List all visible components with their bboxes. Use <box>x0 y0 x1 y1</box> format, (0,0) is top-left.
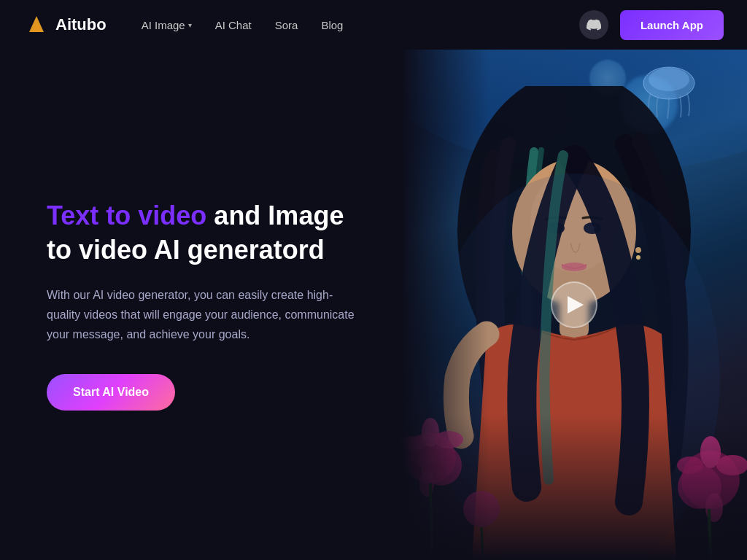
hero-right <box>401 50 747 560</box>
start-ai-video-button[interactable]: Start AI Video <box>47 374 175 411</box>
nav-right: Launch App <box>579 10 724 40</box>
hero-title-highlight: Text to video <box>47 201 206 230</box>
logo-icon <box>23 12 50 38</box>
launch-app-button[interactable]: Launch App <box>620 10 724 40</box>
nav-item-ai-image[interactable]: AI Image ▾ <box>142 19 192 31</box>
video-preview <box>401 50 747 560</box>
hero-title: Text to video and Image to video AI gene… <box>47 199 366 268</box>
nav-item-ai-chat[interactable]: AI Chat <box>215 19 252 31</box>
logo[interactable]: Aitubo <box>23 12 107 38</box>
navbar: Aitubo AI Image ▾ AI Chat Sora Blog Laun… <box>0 0 747 50</box>
discord-icon <box>587 18 601 32</box>
nav-links: AI Image ▾ AI Chat Sora Blog <box>142 19 579 31</box>
left-fade <box>401 50 489 560</box>
brand-name: Aitubo <box>55 15 107 34</box>
chevron-down-icon: ▾ <box>188 21 192 29</box>
hero-left: Text to video and Image to video AI gene… <box>0 50 401 560</box>
hero-description: With our AI video generator, you can eas… <box>47 285 366 345</box>
play-button[interactable] <box>551 281 597 328</box>
main-content: Text to video and Image to video AI gene… <box>0 50 747 560</box>
play-icon <box>568 296 584 314</box>
nav-item-sora[interactable]: Sora <box>275 19 298 31</box>
nav-item-blog[interactable]: Blog <box>321 19 343 31</box>
discord-button[interactable] <box>579 10 608 39</box>
